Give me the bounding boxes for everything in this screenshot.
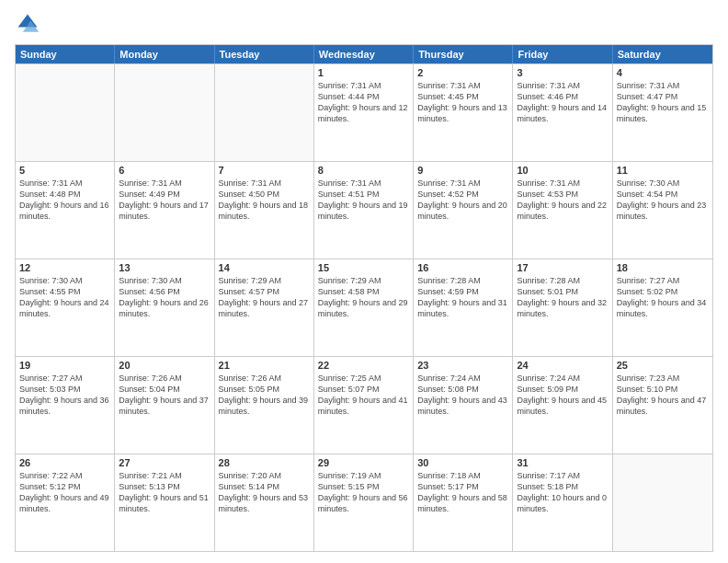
day-info: Sunrise: 7:20 AMSunset: 5:14 PMDaylight:… xyxy=(219,470,310,515)
day-info: Sunrise: 7:30 AMSunset: 4:56 PMDaylight:… xyxy=(119,275,210,320)
day-info: Sunrise: 7:31 AMSunset: 4:44 PMDaylight:… xyxy=(318,80,409,125)
day-info: Sunrise: 7:19 AMSunset: 5:15 PMDaylight:… xyxy=(318,470,409,515)
calendar-row: 5Sunrise: 7:31 AMSunset: 4:48 PMDaylight… xyxy=(16,161,712,259)
calendar-cell: 23Sunrise: 7:24 AMSunset: 5:08 PMDayligh… xyxy=(414,357,513,454)
calendar-row: 12Sunrise: 7:30 AMSunset: 4:55 PMDayligh… xyxy=(16,259,712,356)
calendar-cell: 21Sunrise: 7:26 AMSunset: 5:05 PMDayligh… xyxy=(215,357,314,454)
day-number: 21 xyxy=(219,360,310,371)
day-number: 20 xyxy=(119,360,210,371)
calendar-cell: 13Sunrise: 7:30 AMSunset: 4:56 PMDayligh… xyxy=(115,259,214,356)
day-info: Sunrise: 7:29 AMSunset: 4:57 PMDaylight:… xyxy=(219,275,310,320)
day-number: 19 xyxy=(19,360,110,371)
day-info: Sunrise: 7:30 AMSunset: 4:54 PMDaylight:… xyxy=(617,178,709,223)
day-info: Sunrise: 7:28 AMSunset: 4:59 PMDaylight:… xyxy=(417,275,508,320)
calendar-row: 26Sunrise: 7:22 AMSunset: 5:12 PMDayligh… xyxy=(16,454,712,551)
day-number: 22 xyxy=(318,360,409,371)
weekday-header: Wednesday xyxy=(314,45,414,63)
calendar-cell: 17Sunrise: 7:28 AMSunset: 5:01 PMDayligh… xyxy=(513,259,612,356)
day-number: 30 xyxy=(417,457,508,468)
day-number: 8 xyxy=(318,165,409,176)
calendar-cell: 7Sunrise: 7:31 AMSunset: 4:50 PMDaylight… xyxy=(215,162,314,259)
day-number: 12 xyxy=(19,262,110,273)
day-number: 13 xyxy=(119,262,210,273)
day-info: Sunrise: 7:27 AMSunset: 5:03 PMDaylight:… xyxy=(19,373,110,418)
day-number: 11 xyxy=(617,165,709,176)
calendar-cell: 6Sunrise: 7:31 AMSunset: 4:49 PMDaylight… xyxy=(115,162,214,259)
calendar-cell: 3Sunrise: 7:31 AMSunset: 4:46 PMDaylight… xyxy=(513,64,612,161)
calendar-cell: 29Sunrise: 7:19 AMSunset: 5:15 PMDayligh… xyxy=(314,454,414,551)
weekday-header: Tuesday xyxy=(215,45,314,63)
day-number: 18 xyxy=(617,262,709,273)
calendar-cell: 19Sunrise: 7:27 AMSunset: 5:03 PMDayligh… xyxy=(16,357,115,454)
day-number: 28 xyxy=(219,457,310,468)
day-info: Sunrise: 7:31 AMSunset: 4:48 PMDaylight:… xyxy=(19,178,110,223)
weekday-header: Monday xyxy=(115,45,214,63)
day-info: Sunrise: 7:26 AMSunset: 5:05 PMDaylight:… xyxy=(219,373,310,418)
day-info: Sunrise: 7:31 AMSunset: 4:47 PMDaylight:… xyxy=(617,80,709,125)
calendar-cell: 28Sunrise: 7:20 AMSunset: 5:14 PMDayligh… xyxy=(215,454,314,551)
calendar-cell: 25Sunrise: 7:23 AMSunset: 5:10 PMDayligh… xyxy=(613,357,712,454)
day-info: Sunrise: 7:28 AMSunset: 5:01 PMDaylight:… xyxy=(517,275,608,320)
calendar-header: SundayMondayTuesdayWednesdayThursdayFrid… xyxy=(16,45,712,63)
day-number: 1 xyxy=(318,67,409,78)
calendar-cell: 9Sunrise: 7:31 AMSunset: 4:52 PMDaylight… xyxy=(414,162,513,259)
calendar-cell: 27Sunrise: 7:21 AMSunset: 5:13 PMDayligh… xyxy=(115,454,214,551)
day-number: 2 xyxy=(417,67,508,78)
day-info: Sunrise: 7:25 AMSunset: 5:07 PMDaylight:… xyxy=(318,373,409,418)
calendar-cell: 18Sunrise: 7:27 AMSunset: 5:02 PMDayligh… xyxy=(613,259,712,356)
calendar-cell: 30Sunrise: 7:18 AMSunset: 5:17 PMDayligh… xyxy=(414,454,513,551)
day-number: 5 xyxy=(19,165,110,176)
day-number: 25 xyxy=(617,360,709,371)
calendar-cell: 10Sunrise: 7:31 AMSunset: 4:53 PMDayligh… xyxy=(513,162,612,259)
day-number: 6 xyxy=(119,165,210,176)
calendar-cell: 1Sunrise: 7:31 AMSunset: 4:44 PMDaylight… xyxy=(314,64,414,161)
day-info: Sunrise: 7:30 AMSunset: 4:55 PMDaylight:… xyxy=(19,275,110,320)
calendar-cell: 31Sunrise: 7:17 AMSunset: 5:18 PMDayligh… xyxy=(513,454,612,551)
day-number: 10 xyxy=(517,165,608,176)
day-info: Sunrise: 7:24 AMSunset: 5:09 PMDaylight:… xyxy=(517,373,608,418)
weekday-header: Thursday xyxy=(414,45,513,63)
calendar-cell xyxy=(115,64,214,161)
day-info: Sunrise: 7:17 AMSunset: 5:18 PMDaylight:… xyxy=(517,470,608,515)
day-number: 14 xyxy=(219,262,310,273)
calendar-cell: 8Sunrise: 7:31 AMSunset: 4:51 PMDaylight… xyxy=(314,162,414,259)
day-info: Sunrise: 7:27 AMSunset: 5:02 PMDaylight:… xyxy=(617,275,709,320)
day-info: Sunrise: 7:31 AMSunset: 4:50 PMDaylight:… xyxy=(219,178,310,223)
calendar-cell xyxy=(613,454,712,551)
day-number: 17 xyxy=(517,262,608,273)
calendar-cell: 16Sunrise: 7:28 AMSunset: 4:59 PMDayligh… xyxy=(414,259,513,356)
calendar-cell: 22Sunrise: 7:25 AMSunset: 5:07 PMDayligh… xyxy=(314,357,414,454)
calendar-cell: 12Sunrise: 7:30 AMSunset: 4:55 PMDayligh… xyxy=(16,259,115,356)
calendar-row: 19Sunrise: 7:27 AMSunset: 5:03 PMDayligh… xyxy=(16,356,712,454)
calendar-cell: 15Sunrise: 7:29 AMSunset: 4:58 PMDayligh… xyxy=(314,259,414,356)
calendar-cell xyxy=(215,64,314,161)
day-number: 7 xyxy=(219,165,310,176)
day-number: 24 xyxy=(517,360,608,371)
calendar-cell: 4Sunrise: 7:31 AMSunset: 4:47 PMDaylight… xyxy=(613,64,712,161)
day-info: Sunrise: 7:31 AMSunset: 4:45 PMDaylight:… xyxy=(417,80,508,125)
calendar-cell: 26Sunrise: 7:22 AMSunset: 5:12 PMDayligh… xyxy=(16,454,115,551)
calendar-cell: 14Sunrise: 7:29 AMSunset: 4:57 PMDayligh… xyxy=(215,259,314,356)
page: SundayMondayTuesdayWednesdayThursdayFrid… xyxy=(0,0,728,563)
calendar-row: 1Sunrise: 7:31 AMSunset: 4:44 PMDaylight… xyxy=(16,63,712,161)
calendar-cell xyxy=(16,64,115,161)
calendar-cell: 24Sunrise: 7:24 AMSunset: 5:09 PMDayligh… xyxy=(513,357,612,454)
day-info: Sunrise: 7:31 AMSunset: 4:53 PMDaylight:… xyxy=(517,178,608,223)
logo xyxy=(15,11,44,37)
day-number: 4 xyxy=(617,67,709,78)
day-info: Sunrise: 7:21 AMSunset: 5:13 PMDaylight:… xyxy=(119,470,210,515)
calendar-cell: 5Sunrise: 7:31 AMSunset: 4:48 PMDaylight… xyxy=(16,162,115,259)
day-info: Sunrise: 7:23 AMSunset: 5:10 PMDaylight:… xyxy=(617,373,709,418)
calendar-cell: 2Sunrise: 7:31 AMSunset: 4:45 PMDaylight… xyxy=(414,64,513,161)
calendar: SundayMondayTuesdayWednesdayThursdayFrid… xyxy=(15,44,713,552)
header xyxy=(15,11,713,37)
day-info: Sunrise: 7:31 AMSunset: 4:52 PMDaylight:… xyxy=(417,178,508,223)
day-info: Sunrise: 7:26 AMSunset: 5:04 PMDaylight:… xyxy=(119,373,210,418)
day-info: Sunrise: 7:22 AMSunset: 5:12 PMDaylight:… xyxy=(19,470,110,515)
day-number: 15 xyxy=(318,262,409,273)
day-number: 26 xyxy=(19,457,110,468)
weekday-header: Saturday xyxy=(613,45,712,63)
day-number: 29 xyxy=(318,457,409,468)
day-info: Sunrise: 7:24 AMSunset: 5:08 PMDaylight:… xyxy=(417,373,508,418)
weekday-header: Friday xyxy=(513,45,612,63)
